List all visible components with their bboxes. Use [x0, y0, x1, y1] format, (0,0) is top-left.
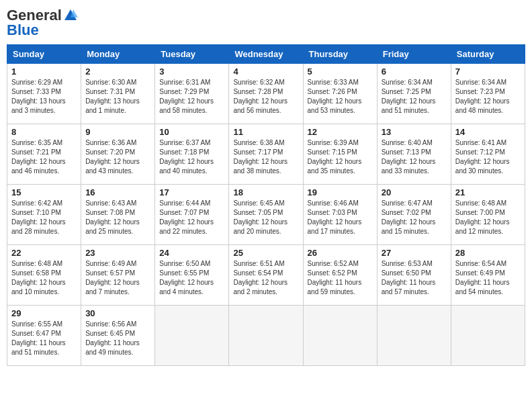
calendar-cell: 4 Sunrise: 6:32 AM Sunset: 7:28 PM Dayli…	[229, 64, 303, 124]
weekday-header-sunday: Sunday	[7, 45, 81, 64]
day-number: 24	[159, 248, 224, 258]
calendar-table: SundayMondayTuesdayWednesdayThursdayFrid…	[7, 44, 525, 366]
calendar-cell: 20 Sunrise: 6:47 AM Sunset: 7:02 PM Dayl…	[377, 185, 451, 245]
day-number: 25	[233, 248, 298, 258]
calendar-body: 1 Sunrise: 6:29 AM Sunset: 7:33 PM Dayli…	[7, 64, 525, 366]
day-number: 18	[233, 187, 298, 197]
cell-info: Sunrise: 6:37 AM Sunset: 7:18 PM Dayligh…	[159, 138, 224, 176]
calendar-cell: 18 Sunrise: 6:45 AM Sunset: 7:05 PM Dayl…	[229, 185, 303, 245]
day-number: 17	[159, 187, 224, 197]
day-number: 4	[233, 66, 298, 77]
cell-info: Sunrise: 6:38 AM Sunset: 7:17 PM Dayligh…	[233, 138, 298, 176]
calendar-cell: 9 Sunrise: 6:36 AM Sunset: 7:20 PM Dayli…	[81, 124, 155, 185]
day-number: 9	[85, 127, 150, 137]
calendar-cell: 25 Sunrise: 6:51 AM Sunset: 6:54 PM Dayl…	[229, 245, 303, 306]
calendar-cell: 8 Sunrise: 6:35 AM Sunset: 7:21 PM Dayli…	[7, 124, 81, 185]
day-number: 13	[382, 127, 447, 137]
cell-info: Sunrise: 6:32 AM Sunset: 7:28 PM Dayligh…	[233, 78, 298, 116]
day-number: 20	[382, 187, 447, 197]
day-number: 6	[382, 66, 447, 77]
day-number: 12	[308, 127, 373, 137]
calendar-week-2: 8 Sunrise: 6:35 AM Sunset: 7:21 PM Dayli…	[7, 124, 525, 185]
logo-blue-text: Blue	[7, 21, 39, 39]
day-number: 3	[159, 66, 224, 77]
cell-info: Sunrise: 6:40 AM Sunset: 7:13 PM Dayligh…	[382, 138, 447, 176]
day-number: 27	[382, 248, 447, 258]
cell-info: Sunrise: 6:47 AM Sunset: 7:02 PM Dayligh…	[382, 199, 447, 236]
calendar-cell: 2 Sunrise: 6:30 AM Sunset: 7:31 PM Dayli…	[81, 64, 155, 124]
calendar-week-4: 22 Sunrise: 6:48 AM Sunset: 6:58 PM Dayl…	[7, 245, 525, 306]
cell-info: Sunrise: 6:34 AM Sunset: 7:25 PM Dayligh…	[382, 78, 447, 116]
cell-info: Sunrise: 6:48 AM Sunset: 6:58 PM Dayligh…	[11, 259, 77, 297]
weekday-header-row: SundayMondayTuesdayWednesdayThursdayFrid…	[7, 45, 525, 64]
day-number: 1	[11, 66, 77, 77]
weekday-header-tuesday: Tuesday	[155, 45, 229, 64]
day-number: 10	[159, 127, 224, 137]
cell-info: Sunrise: 6:53 AM Sunset: 6:50 PM Dayligh…	[382, 259, 447, 297]
day-number: 8	[11, 127, 77, 137]
weekday-header-saturday: Saturday	[451, 45, 525, 64]
cell-info: Sunrise: 6:35 AM Sunset: 7:21 PM Dayligh…	[11, 138, 77, 176]
logo-icon	[63, 8, 78, 23]
cell-info: Sunrise: 6:33 AM Sunset: 7:26 PM Dayligh…	[308, 78, 373, 116]
day-number: 2	[85, 66, 150, 77]
day-number: 14	[455, 127, 521, 137]
day-number: 30	[85, 308, 150, 318]
logo: General Blue	[7, 7, 78, 39]
calendar-cell: 29 Sunrise: 6:55 AM Sunset: 6:47 PM Dayl…	[7, 306, 81, 366]
cell-info: Sunrise: 6:54 AM Sunset: 6:49 PM Dayligh…	[455, 259, 521, 297]
calendar-cell: 26 Sunrise: 6:52 AM Sunset: 6:52 PM Dayl…	[303, 245, 377, 306]
weekday-header-wednesday: Wednesday	[229, 45, 303, 64]
day-number: 29	[11, 308, 77, 318]
cell-info: Sunrise: 6:31 AM Sunset: 7:29 PM Dayligh…	[159, 78, 224, 116]
cell-info: Sunrise: 6:44 AM Sunset: 7:07 PM Dayligh…	[159, 199, 224, 236]
calendar-cell	[377, 306, 451, 366]
day-number: 23	[85, 248, 150, 258]
day-number: 19	[308, 187, 373, 197]
cell-info: Sunrise: 6:45 AM Sunset: 7:05 PM Dayligh…	[233, 199, 298, 236]
cell-info: Sunrise: 6:55 AM Sunset: 6:47 PM Dayligh…	[11, 320, 77, 357]
calendar-cell: 6 Sunrise: 6:34 AM Sunset: 7:25 PM Dayli…	[377, 64, 451, 124]
calendar-cell	[451, 306, 525, 366]
calendar-cell: 27 Sunrise: 6:53 AM Sunset: 6:50 PM Dayl…	[377, 245, 451, 306]
calendar-cell: 21 Sunrise: 6:48 AM Sunset: 7:00 PM Dayl…	[451, 185, 525, 245]
calendar-cell: 22 Sunrise: 6:48 AM Sunset: 6:58 PM Dayl…	[7, 245, 81, 306]
calendar-week-1: 1 Sunrise: 6:29 AM Sunset: 7:33 PM Dayli…	[7, 64, 525, 124]
day-number: 15	[11, 187, 77, 197]
cell-info: Sunrise: 6:50 AM Sunset: 6:55 PM Dayligh…	[159, 259, 224, 297]
calendar-week-3: 15 Sunrise: 6:42 AM Sunset: 7:10 PM Dayl…	[7, 185, 525, 245]
day-number: 28	[455, 248, 521, 258]
calendar-cell	[155, 306, 229, 366]
calendar-cell: 1 Sunrise: 6:29 AM Sunset: 7:33 PM Dayli…	[7, 64, 81, 124]
calendar-cell: 13 Sunrise: 6:40 AM Sunset: 7:13 PM Dayl…	[377, 124, 451, 185]
day-number: 26	[308, 248, 373, 258]
cell-info: Sunrise: 6:49 AM Sunset: 6:57 PM Dayligh…	[85, 259, 150, 297]
cell-info: Sunrise: 6:42 AM Sunset: 7:10 PM Dayligh…	[11, 199, 77, 236]
calendar-cell: 7 Sunrise: 6:34 AM Sunset: 7:23 PM Dayli…	[451, 64, 525, 124]
day-number: 7	[455, 66, 521, 77]
cell-info: Sunrise: 6:39 AM Sunset: 7:15 PM Dayligh…	[308, 138, 373, 176]
calendar-week-5: 29 Sunrise: 6:55 AM Sunset: 6:47 PM Dayl…	[7, 306, 525, 366]
weekday-header-friday: Friday	[377, 45, 451, 64]
calendar-cell: 23 Sunrise: 6:49 AM Sunset: 6:57 PM Dayl…	[81, 245, 155, 306]
day-number: 21	[455, 187, 521, 197]
cell-info: Sunrise: 6:46 AM Sunset: 7:03 PM Dayligh…	[308, 199, 373, 236]
cell-info: Sunrise: 6:30 AM Sunset: 7:31 PM Dayligh…	[85, 78, 150, 116]
day-number: 22	[11, 248, 77, 258]
day-number: 11	[233, 127, 298, 137]
calendar-cell: 28 Sunrise: 6:54 AM Sunset: 6:49 PM Dayl…	[451, 245, 525, 306]
calendar-cell: 3 Sunrise: 6:31 AM Sunset: 7:29 PM Dayli…	[155, 64, 229, 124]
cell-info: Sunrise: 6:34 AM Sunset: 7:23 PM Dayligh…	[455, 78, 521, 116]
cell-info: Sunrise: 6:41 AM Sunset: 7:12 PM Dayligh…	[455, 138, 521, 176]
calendar-cell: 14 Sunrise: 6:41 AM Sunset: 7:12 PM Dayl…	[451, 124, 525, 185]
calendar-cell: 11 Sunrise: 6:38 AM Sunset: 7:17 PM Dayl…	[229, 124, 303, 185]
calendar-cell: 30 Sunrise: 6:56 AM Sunset: 6:45 PM Dayl…	[81, 306, 155, 366]
calendar-cell: 15 Sunrise: 6:42 AM Sunset: 7:10 PM Dayl…	[7, 185, 81, 245]
cell-info: Sunrise: 6:52 AM Sunset: 6:52 PM Dayligh…	[308, 259, 373, 297]
cell-info: Sunrise: 6:56 AM Sunset: 6:45 PM Dayligh…	[85, 320, 150, 357]
calendar-cell: 5 Sunrise: 6:33 AM Sunset: 7:26 PM Dayli…	[303, 64, 377, 124]
cell-info: Sunrise: 6:48 AM Sunset: 7:00 PM Dayligh…	[455, 199, 521, 236]
cell-info: Sunrise: 6:51 AM Sunset: 6:54 PM Dayligh…	[233, 259, 298, 297]
weekday-header-thursday: Thursday	[303, 45, 377, 64]
day-number: 16	[85, 187, 150, 197]
